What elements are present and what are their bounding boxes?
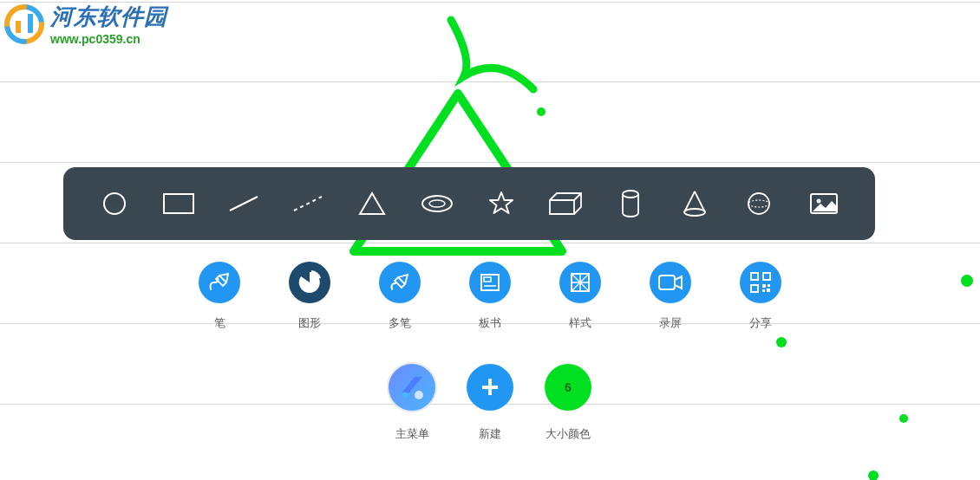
svg-rect-3 bbox=[164, 194, 193, 213]
menu-logo-icon bbox=[397, 373, 427, 402]
svg-point-6 bbox=[422, 196, 452, 211]
tool-record: 录屏 bbox=[650, 262, 691, 331]
cylinder-icon bbox=[621, 190, 640, 217]
bottom-color: 6 大小颜色 bbox=[545, 364, 591, 442]
circle-shape-button[interactable] bbox=[93, 182, 136, 225]
canvas-dot bbox=[868, 470, 879, 480]
canvas-dot bbox=[537, 107, 546, 116]
sphere-shape-button[interactable] bbox=[737, 182, 781, 225]
template-label: 板书 bbox=[479, 315, 501, 331]
watermark: 河东软件园 www.pc0359.cn bbox=[3, 2, 167, 46]
watermark-logo-icon bbox=[3, 3, 45, 45]
line-icon bbox=[228, 195, 259, 212]
circle-icon bbox=[101, 191, 127, 217]
size-color-button[interactable]: 6 bbox=[545, 364, 591, 411]
cylinder-shape-button[interactable] bbox=[609, 182, 652, 225]
svg-point-13 bbox=[816, 199, 820, 204]
cone-icon bbox=[683, 190, 707, 217]
svg-point-10 bbox=[748, 193, 769, 214]
svg-rect-25 bbox=[751, 285, 758, 292]
svg-rect-15 bbox=[484, 277, 491, 282]
plus-icon: + bbox=[480, 372, 499, 403]
sphere-icon bbox=[746, 191, 772, 217]
share-label: 分享 bbox=[749, 315, 772, 331]
tool-style: 样式 bbox=[559, 262, 601, 331]
tool-row: 笔 图形 多笔 板书 样式 录屏 分享 bbox=[0, 262, 980, 331]
multipen-button[interactable] bbox=[379, 262, 421, 303]
ellipse-shape-button[interactable] bbox=[415, 182, 459, 225]
star-icon bbox=[488, 191, 514, 217]
svg-rect-22 bbox=[659, 276, 675, 289]
svg-line-4 bbox=[230, 197, 258, 211]
star-shape-button[interactable] bbox=[480, 182, 523, 225]
svg-point-30 bbox=[402, 392, 408, 399]
svg-point-2 bbox=[104, 193, 125, 214]
pen-icon bbox=[207, 270, 232, 295]
dashed-line-icon bbox=[292, 195, 323, 212]
svg-rect-23 bbox=[751, 273, 758, 280]
style-icon bbox=[568, 270, 592, 295]
share-button[interactable] bbox=[740, 262, 781, 303]
tool-multipen: 多笔 bbox=[379, 262, 421, 331]
style-button[interactable] bbox=[559, 262, 601, 303]
cuboid-shape-button[interactable] bbox=[544, 182, 587, 225]
style-label: 样式 bbox=[569, 315, 591, 331]
image-shape-button[interactable] bbox=[802, 182, 846, 225]
watermark-title: 河东软件园 bbox=[50, 2, 167, 32]
new-label: 新建 bbox=[479, 426, 501, 442]
shape-picker-bar bbox=[63, 167, 875, 240]
bottom-new: + 新建 bbox=[467, 364, 513, 442]
size-value: 6 bbox=[565, 380, 572, 394]
camera-icon bbox=[657, 273, 683, 292]
shape-label: 图形 bbox=[298, 315, 321, 331]
svg-rect-28 bbox=[762, 289, 765, 292]
triangle-icon bbox=[358, 191, 386, 216]
tool-pen: 笔 bbox=[199, 262, 240, 331]
template-button[interactable] bbox=[469, 262, 511, 303]
multipen-label: 多笔 bbox=[389, 315, 411, 331]
new-button[interactable]: + bbox=[467, 364, 513, 411]
multipen-icon bbox=[388, 270, 412, 295]
bottom-row: 主菜单 + 新建 6 大小颜色 bbox=[0, 364, 980, 442]
tool-shape: 图形 bbox=[289, 262, 330, 331]
template-icon bbox=[478, 270, 502, 295]
tool-template: 板书 bbox=[469, 262, 511, 331]
image-icon bbox=[809, 192, 839, 215]
qrcode-icon bbox=[749, 271, 772, 294]
bottom-menu: 主菜单 bbox=[389, 364, 435, 442]
svg-line-5 bbox=[294, 197, 322, 211]
record-label: 录屏 bbox=[659, 315, 682, 331]
svg-rect-29 bbox=[767, 289, 770, 292]
rectangle-icon bbox=[162, 192, 195, 215]
tool-share: 分享 bbox=[740, 262, 781, 331]
svg-rect-1 bbox=[28, 14, 33, 33]
pen-label: 笔 bbox=[214, 315, 225, 331]
canvas-dot bbox=[776, 337, 787, 347]
shape-button[interactable] bbox=[289, 262, 330, 303]
cuboid-icon bbox=[548, 191, 583, 216]
svg-rect-27 bbox=[768, 284, 770, 287]
rectangle-shape-button[interactable] bbox=[157, 182, 200, 225]
pie-icon bbox=[297, 270, 322, 295]
dashed-line-shape-button[interactable] bbox=[286, 182, 330, 225]
svg-point-11 bbox=[748, 200, 769, 207]
line-shape-button[interactable] bbox=[222, 182, 265, 225]
ellipse-icon bbox=[421, 194, 454, 213]
watermark-url: www.pc0359.cn bbox=[50, 32, 167, 46]
cone-shape-button[interactable] bbox=[673, 182, 716, 225]
pen-button[interactable] bbox=[199, 262, 240, 303]
canvas-drawing-curve bbox=[447, 16, 542, 94]
record-button[interactable] bbox=[650, 262, 691, 303]
triangle-shape-button[interactable] bbox=[350, 182, 394, 225]
size-color-label: 大小颜色 bbox=[546, 426, 591, 442]
svg-point-9 bbox=[684, 209, 705, 216]
svg-rect-24 bbox=[763, 273, 770, 280]
main-menu-button[interactable] bbox=[389, 364, 435, 411]
main-menu-label: 主菜单 bbox=[395, 426, 429, 442]
svg-rect-26 bbox=[762, 284, 766, 288]
svg-point-7 bbox=[429, 200, 445, 207]
svg-point-31 bbox=[415, 391, 423, 399]
svg-point-8 bbox=[623, 191, 638, 198]
svg-rect-0 bbox=[16, 21, 21, 33]
